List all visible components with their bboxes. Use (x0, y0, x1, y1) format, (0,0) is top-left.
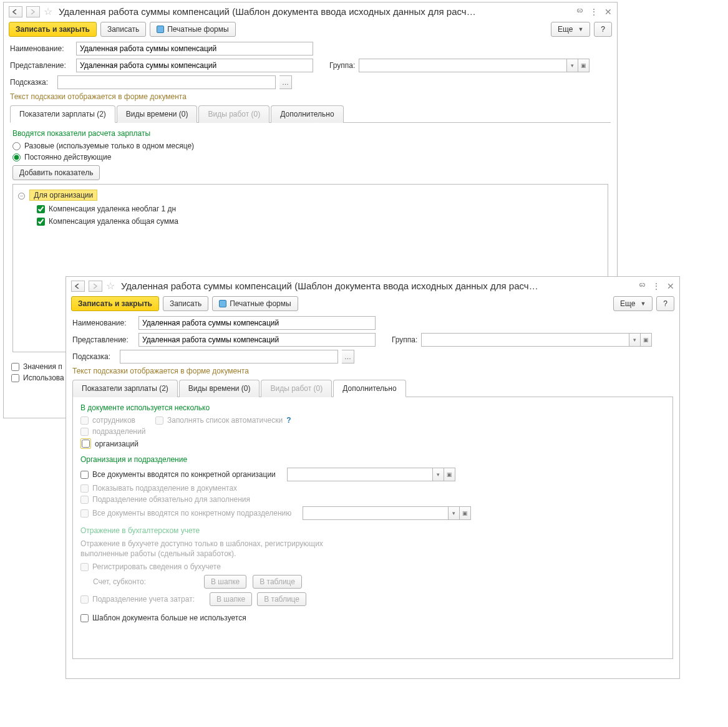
bottom-check-1[interactable] (11, 363, 19, 371)
tab-time[interactable]: Виды времени (0) (179, 380, 260, 397)
print-button[interactable]: Печатные формы (150, 22, 235, 37)
tab-extra[interactable]: Дополнительно (271, 105, 343, 123)
kebab-icon[interactable]: ⋮ (652, 281, 661, 291)
form-section: Наименование: Представление: Группа: ▾ ▣… (66, 316, 679, 659)
help-icon[interactable]: ? (286, 416, 291, 425)
tree-group-row[interactable]: − Для организации (18, 190, 603, 201)
tree-item-2-check[interactable] (37, 218, 45, 226)
repr-label: Представление: (72, 335, 135, 344)
name-label: Наименование: (10, 44, 72, 53)
nav-forward-button[interactable] (89, 281, 102, 292)
chevron-down-icon[interactable]: ▾ (629, 334, 640, 346)
acct-table-button[interactable]: В таблице (253, 575, 302, 589)
bottom-check-2-label: Использова (23, 373, 64, 382)
help-button[interactable]: ? (594, 22, 612, 37)
chk-orgs[interactable] (82, 440, 90, 448)
extra-sec3-title: Отражение в бухгалтерском учете (80, 526, 665, 535)
tree-item-2-label: Компенсация удаленка общая сумма (49, 217, 178, 226)
add-indicator-button[interactable]: Добавить показатель (12, 165, 100, 180)
close-icon[interactable]: ✕ (667, 281, 674, 291)
arrow-right-icon (30, 9, 36, 14)
ellipsis-button[interactable]: … (342, 350, 354, 364)
repr-input[interactable] (76, 59, 313, 72)
name-input[interactable] (76, 42, 313, 55)
hint-input[interactable] (57, 75, 276, 89)
chevron-down-icon[interactable]: ▾ (566, 59, 578, 72)
chk-all-docs-org[interactable] (80, 471, 89, 479)
help-button[interactable]: ? (656, 296, 674, 311)
favorite-star-icon[interactable]: ☆ (44, 6, 52, 17)
save-button[interactable]: Записать (163, 296, 208, 311)
chk-not-used[interactable] (80, 614, 89, 622)
chk-not-used-label: Шаблон документа больше не используется (92, 614, 246, 622)
print-button[interactable]: Печатные формы (212, 296, 298, 311)
group-select[interactable]: ▾ ▣ (421, 333, 652, 347)
chevron-down-icon[interactable]: ▾ (448, 507, 459, 519)
tree-item-2[interactable]: Компенсация удаленка общая сумма (37, 217, 603, 226)
more-button[interactable]: Еще ▼ (613, 296, 653, 311)
tab-work[interactable]: Виды работ (0) (198, 105, 269, 123)
chk-reg-accounting (80, 563, 89, 571)
nav-back-button[interactable] (9, 6, 22, 17)
extra-sec3-note: Отражение в бухучете доступно только в ш… (80, 539, 349, 559)
radio-once-label: Разовые (используемые только в одном мес… (24, 142, 194, 150)
chevron-down-icon: ▼ (640, 301, 646, 307)
tab-salary[interactable]: Показатели зарплаты (2) (10, 105, 115, 123)
open-icon[interactable]: ▣ (444, 468, 455, 481)
name-label: Наименование: (72, 319, 135, 327)
tree-item-1-check[interactable] (37, 205, 45, 213)
chk-autofill-label: Заполнять список автоматически (167, 416, 283, 425)
nav-forward-button[interactable] (26, 6, 40, 17)
account-label: Счет, субконто: (93, 577, 199, 586)
arrow-left-icon (75, 284, 81, 289)
link-icon[interactable] (637, 281, 646, 291)
group-label: Группа: (392, 335, 417, 344)
chk-all-docs-org-label: Все документы вводятся по конкретной орг… (92, 470, 276, 479)
dept-header-button[interactable]: В шапке (210, 592, 252, 606)
bottom-check-2[interactable] (11, 374, 19, 382)
close-icon[interactable]: ✕ (604, 7, 612, 17)
radio-once[interactable] (12, 142, 21, 150)
tab-salary[interactable]: Показатели зарплаты (2) (72, 380, 178, 397)
radio-permanent-label: Постоянно действующие (24, 153, 111, 161)
tab-time[interactable]: Виды времени (0) (117, 105, 198, 123)
nav-back-button[interactable] (71, 281, 85, 292)
open-icon[interactable]: ▣ (459, 507, 470, 519)
hint-note: Текст подсказки отображается в форме док… (72, 367, 673, 375)
repr-label: Представление: (10, 61, 72, 70)
link-icon[interactable] (575, 6, 583, 17)
window-2: ☆ Удаленная работа суммы компенсаций (Ша… (66, 276, 680, 679)
name-input[interactable] (138, 316, 376, 330)
repr-input[interactable] (138, 333, 376, 347)
group-select[interactable]: ▾ ▣ (359, 59, 590, 72)
org-select[interactable]: ▾ ▣ (287, 468, 455, 481)
extra-sec1-title: В документе используется несколько (80, 403, 665, 412)
save-close-button[interactable]: Записать и закрыть (71, 296, 159, 311)
radio-permanent[interactable] (12, 153, 21, 161)
dept-table-button[interactable]: В таблице (257, 592, 306, 606)
chk-depts-label: подразделений (92, 427, 145, 436)
open-icon[interactable]: ▣ (578, 59, 589, 72)
ellipsis-button[interactable]: … (279, 75, 292, 89)
save-close-button[interactable]: Записать и закрыть (9, 22, 97, 37)
dept-select[interactable]: ▾ ▣ (303, 506, 471, 520)
collapse-icon[interactable]: − (18, 193, 25, 200)
hint-label: Подсказка: (10, 78, 54, 87)
chevron-down-icon[interactable]: ▾ (432, 468, 444, 481)
favorite-star-icon[interactable]: ☆ (106, 280, 115, 292)
tree-item-1[interactable]: Компенсация удаленка необлаг 1 дн (37, 205, 603, 213)
hint-input[interactable] (120, 350, 338, 364)
open-icon[interactable]: ▣ (640, 334, 651, 346)
arrow-left-icon (12, 9, 19, 14)
titlebar: ☆ Удаленная работа суммы компенсаций (Ша… (66, 277, 679, 295)
tabs: Показатели зарплаты (2) Виды времени (0)… (72, 379, 673, 397)
chk-show-dept (80, 484, 89, 493)
tab-work[interactable]: Виды работ (0) (261, 380, 332, 397)
printer-icon (219, 300, 226, 307)
acct-header-button[interactable]: В шапке (204, 575, 246, 589)
tab-extra[interactable]: Дополнительно (333, 380, 405, 397)
kebab-icon[interactable]: ⋮ (590, 7, 598, 17)
tree-item-1-label: Компенсация удаленка необлаг 1 дн (49, 205, 176, 213)
save-button[interactable]: Записать (100, 22, 146, 37)
more-button[interactable]: Еще ▼ (551, 22, 590, 37)
